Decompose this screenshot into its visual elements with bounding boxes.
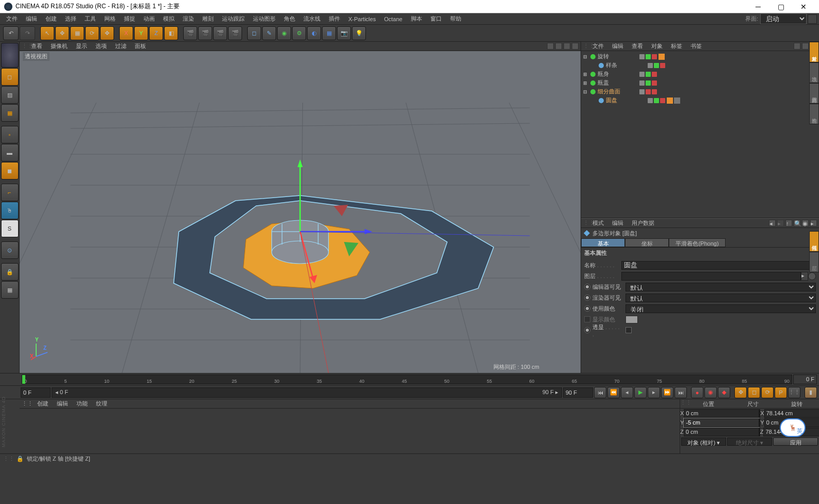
mat-menu-edit[interactable]: 编辑 <box>53 400 72 408</box>
polygon-mode[interactable]: ◼ <box>1 162 19 180</box>
add-floor[interactable]: ▦ <box>322 26 336 40</box>
menu-render[interactable]: 渲染 <box>179 14 198 24</box>
minimize-button[interactable]: ─ <box>747 1 769 13</box>
rtab-takes[interactable]: 场次 <box>809 62 819 83</box>
size-x-input[interactable] <box>764 409 819 418</box>
render-view[interactable]: 🎬 <box>183 26 197 40</box>
tree-item[interactable]: 样条 <box>582 61 818 70</box>
snap-settings[interactable]: ⊙ <box>1 241 19 259</box>
pos-x-input[interactable] <box>684 409 759 418</box>
playhead[interactable] <box>22 375 25 384</box>
menu-motiontrack[interactable]: 运动跟踪 <box>218 14 249 24</box>
am-new-icon[interactable]: ▸ <box>810 220 817 226</box>
play-forward-button[interactable]: ▶ <box>634 387 647 398</box>
menu-sculpt[interactable]: 雕刻 <box>198 14 218 24</box>
key-scale-button[interactable]: ◻ <box>748 387 760 398</box>
coord-system[interactable]: ◧ <box>164 26 178 40</box>
name-input[interactable] <box>621 261 816 270</box>
vp-nav-pan-icon[interactable] <box>547 43 554 50</box>
use-color-select[interactable]: 关闭 <box>625 304 816 313</box>
add-cube[interactable]: ◻ <box>247 26 261 40</box>
render-vis-select[interactable]: 默认 <box>625 294 816 302</box>
mat-menu-create[interactable]: 创建 <box>33 400 53 408</box>
close-button[interactable]: ✕ <box>792 1 815 13</box>
tab-basic[interactable]: 基本 <box>581 238 625 247</box>
menu-mesh[interactable]: 网格 <box>100 14 120 24</box>
x-axis-lock[interactable]: X <box>119 26 133 40</box>
undo-button[interactable]: ↶ <box>3 26 19 40</box>
om-menu-bookmarks[interactable]: 书签 <box>686 42 706 50</box>
texture-mode[interactable]: ▨ <box>1 86 19 104</box>
layout-select[interactable]: 启动 <box>760 13 807 24</box>
vp-menu-panel[interactable]: 面板 <box>131 42 150 50</box>
viewport-perspective[interactable]: 透视视图 网格间距 : 100 cm Y Z X <box>20 51 581 373</box>
menu-animate[interactable]: 动画 <box>139 14 159 24</box>
frame-start-input[interactable] <box>21 387 51 398</box>
tree-item[interactable]: ⊞瓶盖 <box>582 78 818 87</box>
menu-mograph[interactable]: 运动图形 <box>249 14 280 24</box>
render-picture-viewer[interactable]: 🎬 <box>228 26 242 40</box>
goto-next-key-button[interactable]: ⏩ <box>661 387 673 398</box>
am-search-icon[interactable]: 🔍 <box>794 220 800 226</box>
om-menu-view[interactable]: 查看 <box>628 42 647 50</box>
add-environment[interactable]: ◐ <box>307 26 321 40</box>
tree-item[interactable]: 圆盘 <box>582 96 818 105</box>
mat-menu-function[interactable]: 功能 <box>72 400 92 408</box>
axis-mode[interactable]: ⌐ <box>1 184 19 201</box>
am-menu-mode[interactable]: 模式 <box>588 219 608 227</box>
tree-item[interactable]: ⊞瓶身 <box>582 70 818 78</box>
goto-prev-key-button[interactable]: ⏪ <box>607 387 620 398</box>
om-menu-objects[interactable]: 对象 <box>647 42 667 50</box>
am-fwd-icon[interactable]: ▸ <box>777 220 784 226</box>
rtab-content[interactable]: 内容浏览器 <box>809 83 819 104</box>
ime-indicator[interactable]: 🦌英 <box>780 418 806 437</box>
object-tree[interactable]: ⊟旋转样条⊞瓶身⊞瓶盖⊟细分曲面圆盘 <box>581 51 819 218</box>
om-menu-tags[interactable]: 标签 <box>667 42 686 50</box>
frame-end-input[interactable] <box>563 387 593 398</box>
z-axis-lock[interactable]: Z <box>149 26 163 40</box>
point-mode[interactable]: ▫ <box>1 126 19 143</box>
snap-enable[interactable]: S <box>1 220 19 237</box>
animation-mode-button[interactable]: ▮ <box>805 387 817 398</box>
record-key-button[interactable]: ● <box>691 387 703 398</box>
add-spline[interactable]: ✎ <box>262 26 276 40</box>
render-vis-radio[interactable] <box>584 295 590 301</box>
rtab-struct[interactable]: 构造 <box>809 104 819 124</box>
menu-tools[interactable]: 工具 <box>81 14 100 24</box>
menu-character[interactable]: 角色 <box>280 14 299 24</box>
rtab-attr[interactable]: 属性 <box>809 231 819 252</box>
editor-vis-select[interactable]: 默认 <box>625 283 816 291</box>
om-menu-file[interactable]: 文件 <box>588 42 608 50</box>
vp-menu-camera[interactable]: 摄像机 <box>46 42 72 50</box>
use-color-radio[interactable] <box>584 305 590 312</box>
am-lock-icon[interactable]: ◉ <box>802 220 809 226</box>
vp-menu-options[interactable]: 选项 <box>91 42 111 50</box>
layer-input[interactable] <box>621 272 801 281</box>
vp-nav-orbit-icon[interactable] <box>564 43 570 50</box>
keyframe-selection-button[interactable]: ◆ <box>718 387 730 398</box>
menu-help[interactable]: 帮助 <box>446 14 465 24</box>
menu-pipeline[interactable]: 流水线 <box>299 14 325 24</box>
tweak-mode[interactable]: 🖱 <box>1 202 19 219</box>
menu-script[interactable]: 脚本 <box>407 14 426 24</box>
prev-frame-button[interactable]: ◂ <box>621 387 633 398</box>
menu-snap[interactable]: 捕捉 <box>120 14 139 24</box>
workplane-mode[interactable]: ▦ <box>1 104 19 122</box>
key-pla-button[interactable]: ⋮⋮ <box>788 387 800 398</box>
om-search-icon[interactable] <box>794 43 800 50</box>
move-tool[interactable]: ✥ <box>55 26 69 40</box>
layout-search-button[interactable] <box>808 14 817 24</box>
coord-mode-select[interactable]: 对象 (相对) ▾ <box>681 437 726 446</box>
goto-end-button[interactable]: ⏭ <box>675 387 687 398</box>
live-select-tool[interactable]: ↖ <box>40 26 54 40</box>
key-rotation-button[interactable]: ⟳ <box>761 387 774 398</box>
coord-apply-button[interactable]: 应用 <box>773 437 818 446</box>
xray-checkbox[interactable] <box>625 327 632 333</box>
menu-xparticles[interactable]: X-Particles <box>344 15 380 23</box>
make-editable[interactable] <box>1 43 19 68</box>
rtab-layer[interactable]: 层 <box>809 252 819 272</box>
layer-dropdown-icon[interactable]: ▸ <box>801 272 808 281</box>
goto-start-button[interactable]: ⏮ <box>594 387 606 398</box>
add-generator[interactable]: ◉ <box>277 26 291 40</box>
rtab-object[interactable]: 对象 <box>809 42 819 62</box>
